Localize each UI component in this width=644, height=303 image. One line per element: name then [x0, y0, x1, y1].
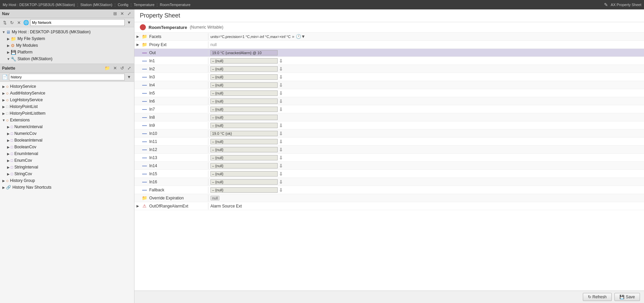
in15-arrow[interactable]: ⇩ — [279, 171, 283, 177]
palette-item-stringinterval[interactable]: ▶ □ StringInterval — [0, 164, 134, 171]
palette-toggle-stringcov[interactable]: ▶ — [6, 172, 11, 176]
nav-expand-icon[interactable]: ⊞ — [112, 11, 118, 16]
palette-item-loghistory[interactable]: ▶ ○ LogHistoryService — [0, 97, 134, 103]
palette-item-historyservice[interactable]: ▶ ○ HistoryService — [0, 83, 134, 90]
palette-toggle-historyservice[interactable]: ▶ — [1, 85, 6, 88]
palette-toggle-loghistory[interactable]: ▶ — [1, 98, 6, 102]
in9-arrow[interactable]: ⇩ — [279, 123, 283, 128]
in4-arrow[interactable]: ⇩ — [279, 82, 283, 88]
palette-item-numericcov[interactable]: ▶ □ NumericCov — [0, 130, 134, 137]
prop-expand-facets[interactable]: ▶ — [134, 35, 141, 38]
breadcrumb-config[interactable]: Config — [118, 3, 128, 7]
palette-toggle-historygroup[interactable]: ▶ — [1, 179, 6, 183]
in16-arrow[interactable]: ⇩ — [279, 179, 283, 185]
fallback-arrow[interactable]: ⇩ — [279, 187, 283, 193]
palette-popout-icon[interactable]: ⤢ — [126, 65, 132, 71]
nav-close-icon[interactable]: ✕ — [119, 11, 125, 16]
palette-folder-icon[interactable]: 📁 — [104, 65, 111, 71]
in3-input[interactable] — [210, 74, 278, 80]
palette-toggle-enumcov[interactable]: ▶ — [6, 159, 11, 162]
nav-search-input[interactable] — [30, 19, 125, 26]
in15-input[interactable] — [210, 171, 278, 177]
in7-input[interactable] — [210, 107, 278, 112]
in12-arrow[interactable]: ⇩ — [279, 147, 283, 152]
palette-toggle-histpointlistitem[interactable]: ▶ — [1, 112, 6, 115]
in3-arrow[interactable]: ⇩ — [279, 74, 283, 80]
refresh-button[interactable]: ↻ Refresh — [583, 293, 612, 301]
palette-toggle-booleaninterval[interactable]: ▶ — [6, 139, 11, 142]
facets-double-arrow[interactable]: » — [292, 34, 294, 39]
palette-toggle-audithistory[interactable]: ▶ — [1, 91, 6, 95]
out-input[interactable] — [210, 50, 278, 55]
in9-input[interactable] — [210, 123, 278, 128]
prop-expand-proxyext[interactable]: ▶ — [134, 43, 141, 46]
palette-item-histpointlistitem[interactable]: ▶ □ HistoryPointListItem — [0, 110, 134, 117]
nav-toggle-modules[interactable]: ▶ — [6, 44, 11, 47]
palette-toggle-numericinterval[interactable]: ▶ — [6, 125, 11, 129]
in8-input[interactable] — [210, 115, 278, 120]
breadcrumb-temperature[interactable]: Temperature — [134, 3, 155, 7]
in6-arrow[interactable]: ⇩ — [279, 99, 283, 104]
in1-input[interactable] — [210, 58, 278, 64]
palette-item-booleaninterval[interactable]: ▶ □ BooleanInterval — [0, 137, 134, 144]
palette-toggle-historynav[interactable]: ▶ — [1, 186, 6, 189]
in5-input[interactable] — [210, 90, 278, 96]
nav-toggle-station[interactable]: ▼ — [6, 57, 11, 61]
palette-toggle-numericcov[interactable]: ▶ — [6, 132, 11, 136]
nav-tree-item-modules[interactable]: ▶ ⚙ My Modules — [0, 42, 134, 49]
palette-item-historygroup[interactable]: ▶ ○ History Group — [0, 177, 134, 184]
nav-tree-item-host[interactable]: ▼ 🖥 My Host : DESKTOP-1PSB3U5 (MKStation… — [0, 29, 134, 35]
palette-item-historynav[interactable]: ▶ 🔗 History Nav Shortcuts — [0, 184, 134, 191]
edit-icon[interactable]: ✎ — [604, 2, 608, 7]
palette-x-icon[interactable]: ✕ — [112, 65, 118, 71]
in11-arrow[interactable]: ⇩ — [279, 139, 283, 144]
in11-input[interactable] — [210, 139, 278, 144]
in10-arrow[interactable]: ⇩ — [279, 131, 283, 136]
prop-expand-outofrange[interactable]: ▶ — [134, 204, 141, 208]
in12-input[interactable] — [210, 147, 278, 152]
palette-toggle-stringinterval[interactable]: ▶ — [6, 165, 11, 169]
breadcrumb-host[interactable]: My Host : DESKTOP-1PSB3U5 (MKStation) — [3, 3, 75, 7]
facets-clock-icon[interactable]: 🕐▼ — [296, 34, 306, 39]
nav-tree-item-filesystem[interactable]: ▶ 📁 My File System — [0, 35, 134, 42]
palette-refresh2-icon[interactable]: ↺ — [119, 65, 125, 71]
palette-item-numericinterval[interactable]: ▶ □ NumericInterval — [0, 123, 134, 130]
in5-arrow[interactable]: ⇩ — [279, 90, 283, 96]
in1-arrow[interactable]: ⇩ — [279, 58, 283, 64]
nav-toggle-filesystem[interactable]: ▶ — [6, 37, 11, 41]
nav-x-icon[interactable]: ✕ — [16, 20, 22, 26]
in16-input[interactable] — [210, 179, 278, 185]
in14-input[interactable] — [210, 163, 278, 168]
nav-toggle-host[interactable]: ▼ — [1, 30, 6, 34]
palette-item-extensions[interactable]: ▼ ○ Extensions — [0, 117, 134, 123]
in2-arrow[interactable]: ⇩ — [279, 66, 283, 72]
nav-popout-icon[interactable]: ⤢ — [126, 11, 132, 16]
nav-refresh-icon[interactable]: ↻ — [9, 20, 15, 26]
palette-search-input[interactable] — [9, 74, 125, 80]
nav-toggle-platform[interactable]: ▶ — [6, 50, 11, 54]
palette-dropdown-arrow[interactable]: ▼ — [126, 74, 132, 80]
palette-toggle-histpointlist[interactable]: ▶ — [1, 105, 6, 109]
palette-item-audithistory[interactable]: ▶ ○ AuditHistoryService — [0, 90, 134, 97]
palette-item-enumcov[interactable]: ▶ □ EnumCov — [0, 157, 134, 164]
palette-toggle-enuminterval[interactable]: ▶ — [6, 152, 11, 156]
in2-input[interactable] — [210, 66, 278, 72]
palette-toggle-booleancov[interactable]: ▶ — [6, 145, 11, 149]
in14-arrow[interactable]: ⇩ — [279, 163, 283, 168]
breadcrumb-roomtemp[interactable]: RoomTemperature — [160, 3, 190, 7]
palette-item-stringcov[interactable]: ▶ □ StringCov — [0, 171, 134, 177]
in4-input[interactable] — [210, 82, 278, 88]
nav-tree-item-platform[interactable]: ▶ 💾 Platform — [0, 49, 134, 55]
in10-input[interactable] — [210, 131, 278, 136]
nav-dropdown-arrow[interactable]: ▼ — [126, 20, 132, 25]
nav-tree-item-station[interactable]: ▼ 🔧 Station (MKStation) — [0, 55, 134, 62]
palette-item-booleancov[interactable]: ▶ □ BooleanCov — [0, 144, 134, 150]
palette-toggle-extensions[interactable]: ▼ — [1, 118, 6, 122]
fallback-input[interactable] — [210, 187, 278, 193]
in13-arrow[interactable]: ⇩ — [279, 155, 283, 160]
save-button[interactable]: 💾 Save — [614, 293, 640, 301]
in7-arrow[interactable]: ⇩ — [279, 107, 283, 112]
in6-input[interactable] — [210, 99, 278, 104]
nav-pin-icon[interactable]: ⇅ — [2, 20, 8, 26]
breadcrumb-station[interactable]: Station (MKStation) — [80, 3, 112, 7]
